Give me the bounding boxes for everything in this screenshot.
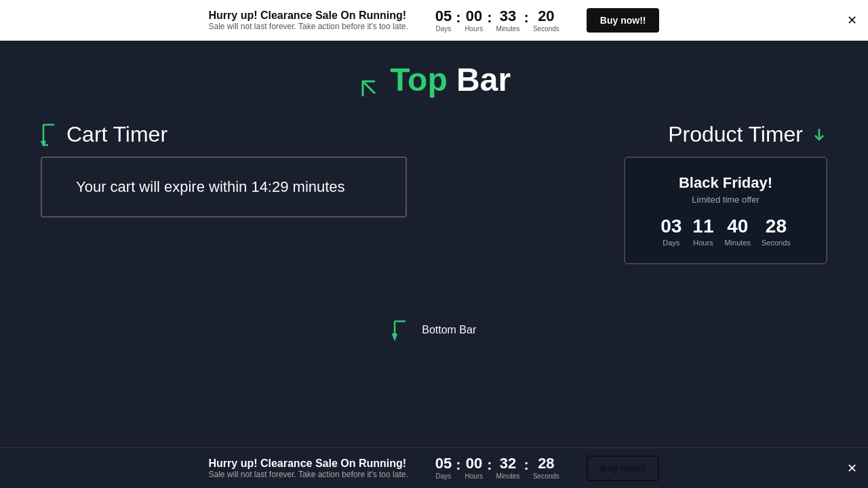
cart-timer-section: Cart Timer Your cart will expire within … bbox=[41, 122, 407, 218]
bottom-bar: Hurry up! Clearance Sale On Running! Sal… bbox=[0, 447, 868, 488]
top-bar-sep1: : bbox=[456, 10, 460, 25]
bottom-bar-text: Hurry up! Clearance Sale On Running! Sal… bbox=[209, 458, 408, 479]
product-countdown: 03 Days 11 Hours 40 Minutes 28 Seconds bbox=[647, 216, 804, 247]
bottom-bar-minutes-unit: 32 Minutes bbox=[496, 456, 520, 480]
product-timer-subtitle: Limited time offer bbox=[647, 195, 804, 205]
bottom-bar-buy-button[interactable]: Buy now!! bbox=[587, 455, 660, 481]
top-bar-buy-button[interactable]: Buy now!! bbox=[587, 8, 660, 33]
top-bar-title: Hurry up! Clearance Sale On Running! bbox=[209, 9, 408, 22]
bottom-bar-subtitle: Sale will not last forever. Take action … bbox=[209, 470, 408, 479]
top-bar-text: Hurry up! Clearance Sale On Running! Sal… bbox=[209, 9, 408, 31]
product-minutes-unit: 40 Minutes bbox=[724, 216, 751, 247]
bottom-bar-arrow-icon bbox=[392, 319, 416, 343]
top-bar-subtitle: Sale will not last forever. Take action … bbox=[209, 22, 408, 31]
top-bar-days-label: Days bbox=[436, 25, 452, 33]
bottom-bar-minutes-label: Minutes bbox=[496, 472, 520, 480]
top-bar-hours-unit: 00 Hours bbox=[465, 9, 484, 33]
top-bar-sep2: : bbox=[487, 10, 492, 25]
cart-timer-label-white: Timer bbox=[113, 122, 167, 147]
product-hours-number: 11 bbox=[692, 216, 713, 237]
top-bar-label-green: Top bbox=[390, 62, 447, 98]
product-hours-unit: 11 Hours bbox=[692, 216, 713, 247]
bottom-bar-seconds-label: Seconds bbox=[533, 472, 559, 480]
cart-timer-text: Your cart will expire within 14:29 minut… bbox=[76, 178, 345, 195]
product-timer-label: Product Timer bbox=[668, 122, 827, 147]
cart-timer-arrow-icon bbox=[41, 122, 61, 146]
cart-timer-box: Your cart will expire within 14:29 minut… bbox=[41, 157, 407, 218]
bottom-bar-hours-label: Hours bbox=[465, 472, 484, 480]
bottom-bar-days-number: 05 bbox=[435, 456, 452, 471]
top-bar-hours-number: 00 bbox=[466, 9, 482, 24]
bottom-bar-minutes-number: 32 bbox=[500, 456, 516, 471]
product-timer-arrow-icon bbox=[811, 126, 827, 142]
bottom-bar-label-green: Bottom bbox=[422, 324, 456, 336]
top-bar-days-number: 05 bbox=[435, 9, 452, 24]
bottom-bar-days-label: Days bbox=[436, 472, 452, 480]
product-timer-section: Product Timer Black Friday! Limited time… bbox=[624, 122, 827, 264]
bottom-bar-seconds-unit: 28 Seconds bbox=[533, 456, 559, 480]
product-minutes-number: 40 bbox=[727, 216, 748, 237]
product-days-number: 03 bbox=[660, 216, 682, 237]
cart-timer-label-green: Cart bbox=[66, 122, 107, 147]
middle-row: Cart Timer Your cart will expire within … bbox=[41, 122, 827, 264]
bottom-bar-label: Bottom Bar bbox=[41, 319, 827, 343]
top-bar-close-button[interactable]: ✕ bbox=[847, 13, 857, 28]
bottom-bar-title: Hurry up! Clearance Sale On Running! bbox=[209, 458, 408, 470]
cart-timer-label: Cart Timer bbox=[41, 122, 167, 147]
top-bar-countdown: 05 Days : 00 Hours : 33 Minutes : 20 Sec… bbox=[435, 9, 559, 33]
product-timer-title: Black Friday! bbox=[647, 174, 804, 192]
product-days-label: Days bbox=[663, 239, 679, 247]
product-timer-label-green: Product bbox=[668, 122, 743, 147]
product-minutes-label: Minutes bbox=[724, 239, 751, 247]
product-seconds-label: Seconds bbox=[762, 239, 791, 247]
product-hours-label: Hours bbox=[693, 239, 713, 247]
bottom-bar-countdown: 05 Days : 00 Hours : 32 Minutes : 28 Sec… bbox=[435, 456, 559, 480]
top-bar-arrow-icon bbox=[357, 75, 384, 102]
top-bar-minutes-unit: 33 Minutes bbox=[496, 9, 520, 33]
bottom-bar-seconds-number: 28 bbox=[538, 456, 554, 471]
top-bar-days-unit: 05 Days bbox=[435, 9, 452, 33]
top-bar-minutes-label: Minutes bbox=[496, 25, 520, 33]
svg-line-0 bbox=[363, 81, 375, 94]
top-bar-minutes-number: 33 bbox=[500, 9, 516, 24]
top-bar-hours-label: Hours bbox=[465, 25, 484, 33]
product-seconds-unit: 28 Seconds bbox=[762, 216, 791, 247]
top-bar-seconds-number: 20 bbox=[538, 9, 554, 24]
bottom-bar-sep3: : bbox=[524, 458, 529, 472]
bottom-bar-close-button[interactable]: ✕ bbox=[847, 461, 857, 476]
top-bar: Hurry up! Clearance Sale On Running! Sal… bbox=[0, 0, 868, 41]
top-bar-label-white: Bar bbox=[448, 62, 511, 98]
product-timer-card: Black Friday! Limited time offer 03 Days… bbox=[624, 157, 827, 264]
main-content: Top Bar Cart Timer Your cart will expire… bbox=[0, 41, 868, 357]
top-bar-label: Top Bar bbox=[41, 61, 827, 102]
product-days-unit: 03 Days bbox=[660, 216, 682, 247]
top-bar-sep3: : bbox=[524, 10, 529, 25]
bottom-bar-hours-unit: 00 Hours bbox=[465, 456, 484, 480]
top-bar-seconds-unit: 20 Seconds bbox=[533, 9, 559, 33]
bottom-bar-label-white: Bar bbox=[456, 324, 476, 336]
top-bar-seconds-label: Seconds bbox=[533, 25, 559, 33]
bottom-bar-sep1: : bbox=[456, 458, 460, 472]
product-timer-label-white: Timer bbox=[748, 122, 803, 147]
bottom-bar-sep2: : bbox=[487, 458, 492, 472]
product-seconds-number: 28 bbox=[766, 216, 787, 237]
bottom-bar-hours-number: 00 bbox=[466, 456, 482, 471]
bottom-bar-days-unit: 05 Days bbox=[435, 456, 452, 480]
